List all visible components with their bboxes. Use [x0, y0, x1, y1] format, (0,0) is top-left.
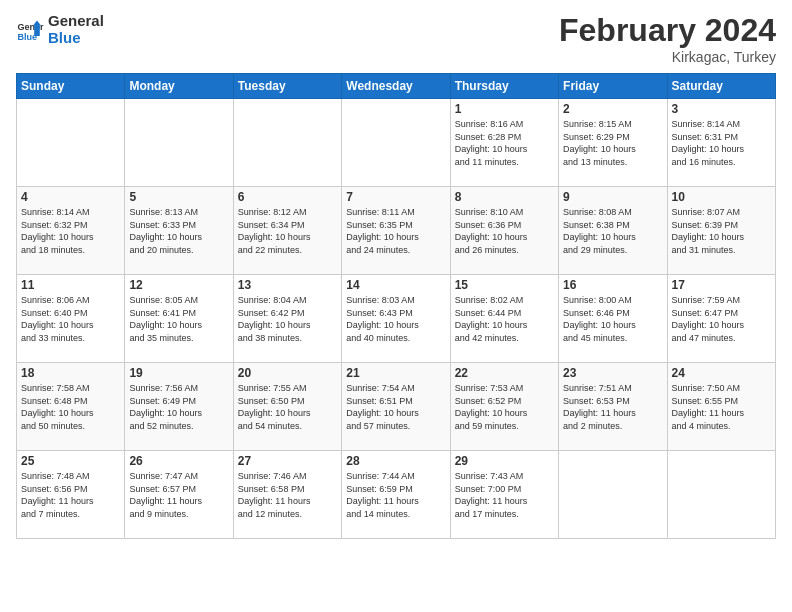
- day-number: 20: [238, 366, 337, 380]
- day-number: 19: [129, 366, 228, 380]
- day-number: 11: [21, 278, 120, 292]
- day-cell: 21Sunrise: 7:54 AM Sunset: 6:51 PM Dayli…: [342, 363, 450, 451]
- day-cell: 12Sunrise: 8:05 AM Sunset: 6:41 PM Dayli…: [125, 275, 233, 363]
- logo-blue-text: Blue: [48, 29, 104, 46]
- day-cell: 25Sunrise: 7:48 AM Sunset: 6:56 PM Dayli…: [17, 451, 125, 539]
- day-number: 5: [129, 190, 228, 204]
- title-section: February 2024 Kirkagac, Turkey: [559, 12, 776, 65]
- week-row-0: 1Sunrise: 8:16 AM Sunset: 6:28 PM Daylig…: [17, 99, 776, 187]
- day-number: 13: [238, 278, 337, 292]
- day-info: Sunrise: 8:06 AM Sunset: 6:40 PM Dayligh…: [21, 294, 120, 344]
- header-day-saturday: Saturday: [667, 74, 775, 99]
- day-cell: 5Sunrise: 8:13 AM Sunset: 6:33 PM Daylig…: [125, 187, 233, 275]
- day-info: Sunrise: 8:13 AM Sunset: 6:33 PM Dayligh…: [129, 206, 228, 256]
- day-number: 28: [346, 454, 445, 468]
- header-day-sunday: Sunday: [17, 74, 125, 99]
- header-day-wednesday: Wednesday: [342, 74, 450, 99]
- day-cell: 10Sunrise: 8:07 AM Sunset: 6:39 PM Dayli…: [667, 187, 775, 275]
- day-info: Sunrise: 7:53 AM Sunset: 6:52 PM Dayligh…: [455, 382, 554, 432]
- day-cell: 3Sunrise: 8:14 AM Sunset: 6:31 PM Daylig…: [667, 99, 775, 187]
- day-cell: 1Sunrise: 8:16 AM Sunset: 6:28 PM Daylig…: [450, 99, 558, 187]
- day-info: Sunrise: 7:47 AM Sunset: 6:57 PM Dayligh…: [129, 470, 228, 520]
- day-cell: 19Sunrise: 7:56 AM Sunset: 6:49 PM Dayli…: [125, 363, 233, 451]
- day-cell: [667, 451, 775, 539]
- day-info: Sunrise: 8:07 AM Sunset: 6:39 PM Dayligh…: [672, 206, 771, 256]
- header-day-thursday: Thursday: [450, 74, 558, 99]
- day-number: 4: [21, 190, 120, 204]
- day-number: 3: [672, 102, 771, 116]
- day-cell: 4Sunrise: 8:14 AM Sunset: 6:32 PM Daylig…: [17, 187, 125, 275]
- day-cell: [125, 99, 233, 187]
- day-info: Sunrise: 8:11 AM Sunset: 6:35 PM Dayligh…: [346, 206, 445, 256]
- day-info: Sunrise: 7:58 AM Sunset: 6:48 PM Dayligh…: [21, 382, 120, 432]
- day-number: 6: [238, 190, 337, 204]
- header-day-tuesday: Tuesday: [233, 74, 341, 99]
- day-info: Sunrise: 7:54 AM Sunset: 6:51 PM Dayligh…: [346, 382, 445, 432]
- svg-text:Blue: Blue: [17, 32, 37, 42]
- logo: General Blue General Blue: [16, 12, 104, 47]
- day-number: 25: [21, 454, 120, 468]
- day-info: Sunrise: 7:44 AM Sunset: 6:59 PM Dayligh…: [346, 470, 445, 520]
- day-number: 24: [672, 366, 771, 380]
- day-cell: 17Sunrise: 7:59 AM Sunset: 6:47 PM Dayli…: [667, 275, 775, 363]
- day-cell: 26Sunrise: 7:47 AM Sunset: 6:57 PM Dayli…: [125, 451, 233, 539]
- day-info: Sunrise: 8:04 AM Sunset: 6:42 PM Dayligh…: [238, 294, 337, 344]
- day-info: Sunrise: 7:59 AM Sunset: 6:47 PM Dayligh…: [672, 294, 771, 344]
- day-cell: 24Sunrise: 7:50 AM Sunset: 6:55 PM Dayli…: [667, 363, 775, 451]
- day-cell: 28Sunrise: 7:44 AM Sunset: 6:59 PM Dayli…: [342, 451, 450, 539]
- header-day-monday: Monday: [125, 74, 233, 99]
- day-number: 12: [129, 278, 228, 292]
- week-row-2: 11Sunrise: 8:06 AM Sunset: 6:40 PM Dayli…: [17, 275, 776, 363]
- day-cell: [233, 99, 341, 187]
- page: General Blue General Blue February 2024 …: [0, 0, 792, 612]
- day-cell: 29Sunrise: 7:43 AM Sunset: 7:00 PM Dayli…: [450, 451, 558, 539]
- day-number: 2: [563, 102, 662, 116]
- header-row: SundayMondayTuesdayWednesdayThursdayFrid…: [17, 74, 776, 99]
- day-info: Sunrise: 8:03 AM Sunset: 6:43 PM Dayligh…: [346, 294, 445, 344]
- day-info: Sunrise: 8:10 AM Sunset: 6:36 PM Dayligh…: [455, 206, 554, 256]
- day-cell: 13Sunrise: 8:04 AM Sunset: 6:42 PM Dayli…: [233, 275, 341, 363]
- day-cell: 20Sunrise: 7:55 AM Sunset: 6:50 PM Dayli…: [233, 363, 341, 451]
- day-info: Sunrise: 8:15 AM Sunset: 6:29 PM Dayligh…: [563, 118, 662, 168]
- day-cell: 15Sunrise: 8:02 AM Sunset: 6:44 PM Dayli…: [450, 275, 558, 363]
- day-info: Sunrise: 8:14 AM Sunset: 6:32 PM Dayligh…: [21, 206, 120, 256]
- day-number: 8: [455, 190, 554, 204]
- day-cell: [17, 99, 125, 187]
- day-cell: 16Sunrise: 8:00 AM Sunset: 6:46 PM Dayli…: [559, 275, 667, 363]
- week-row-3: 18Sunrise: 7:58 AM Sunset: 6:48 PM Dayli…: [17, 363, 776, 451]
- day-info: Sunrise: 8:16 AM Sunset: 6:28 PM Dayligh…: [455, 118, 554, 168]
- day-info: Sunrise: 7:55 AM Sunset: 6:50 PM Dayligh…: [238, 382, 337, 432]
- day-info: Sunrise: 8:12 AM Sunset: 6:34 PM Dayligh…: [238, 206, 337, 256]
- day-cell: 18Sunrise: 7:58 AM Sunset: 6:48 PM Dayli…: [17, 363, 125, 451]
- day-info: Sunrise: 8:05 AM Sunset: 6:41 PM Dayligh…: [129, 294, 228, 344]
- day-cell: 2Sunrise: 8:15 AM Sunset: 6:29 PM Daylig…: [559, 99, 667, 187]
- day-cell: 7Sunrise: 8:11 AM Sunset: 6:35 PM Daylig…: [342, 187, 450, 275]
- logo-general-text: General: [48, 12, 104, 29]
- day-number: 14: [346, 278, 445, 292]
- day-info: Sunrise: 7:50 AM Sunset: 6:55 PM Dayligh…: [672, 382, 771, 432]
- day-info: Sunrise: 7:56 AM Sunset: 6:49 PM Dayligh…: [129, 382, 228, 432]
- logo-icon: General Blue: [16, 15, 44, 43]
- day-number: 17: [672, 278, 771, 292]
- day-cell: 9Sunrise: 8:08 AM Sunset: 6:38 PM Daylig…: [559, 187, 667, 275]
- day-number: 16: [563, 278, 662, 292]
- location: Kirkagac, Turkey: [559, 49, 776, 65]
- day-number: 27: [238, 454, 337, 468]
- day-info: Sunrise: 8:02 AM Sunset: 6:44 PM Dayligh…: [455, 294, 554, 344]
- day-info: Sunrise: 7:51 AM Sunset: 6:53 PM Dayligh…: [563, 382, 662, 432]
- top-section: General Blue General Blue February 2024 …: [16, 12, 776, 65]
- day-cell: 14Sunrise: 8:03 AM Sunset: 6:43 PM Dayli…: [342, 275, 450, 363]
- day-cell: 23Sunrise: 7:51 AM Sunset: 6:53 PM Dayli…: [559, 363, 667, 451]
- day-number: 26: [129, 454, 228, 468]
- day-cell: 11Sunrise: 8:06 AM Sunset: 6:40 PM Dayli…: [17, 275, 125, 363]
- day-number: 7: [346, 190, 445, 204]
- header-day-friday: Friday: [559, 74, 667, 99]
- day-number: 10: [672, 190, 771, 204]
- calendar-table: SundayMondayTuesdayWednesdayThursdayFrid…: [16, 73, 776, 539]
- day-cell: 27Sunrise: 7:46 AM Sunset: 6:58 PM Dayli…: [233, 451, 341, 539]
- day-info: Sunrise: 8:00 AM Sunset: 6:46 PM Dayligh…: [563, 294, 662, 344]
- day-info: Sunrise: 7:46 AM Sunset: 6:58 PM Dayligh…: [238, 470, 337, 520]
- day-number: 9: [563, 190, 662, 204]
- day-cell: 6Sunrise: 8:12 AM Sunset: 6:34 PM Daylig…: [233, 187, 341, 275]
- day-info: Sunrise: 8:08 AM Sunset: 6:38 PM Dayligh…: [563, 206, 662, 256]
